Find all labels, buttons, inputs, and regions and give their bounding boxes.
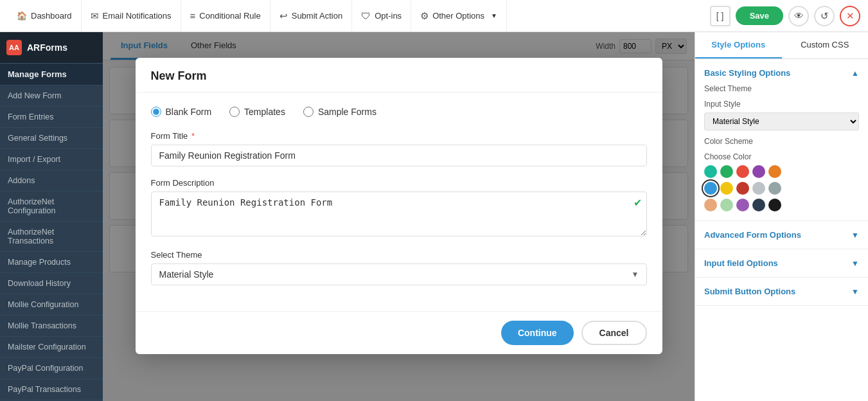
radio-sample-forms-label: Sample Forms <box>318 107 376 117</box>
form-description-wrap: Family Reunion Registration Form ✔ <box>151 192 647 238</box>
color-purple[interactable] <box>752 165 765 178</box>
radio-blank-form[interactable]: Blank Form <box>151 107 212 117</box>
form-description-group: Form Description Family Reunion Registra… <box>151 178 647 238</box>
save-button[interactable]: Save <box>736 6 783 25</box>
sidebar-item-form-entries[interactable]: Form Entries <box>0 107 103 128</box>
sidebar-item-mailster-config[interactable]: Mailster Configuration <box>0 337 103 358</box>
select-theme-wrap: Material Style Default Style Flat Style … <box>151 263 647 285</box>
sidebar: AA ARForms Manage Forms Add New Form For… <box>0 32 103 401</box>
color-teal[interactable] <box>704 165 717 178</box>
new-form-modal: New Form Blank Form Templates <box>136 58 662 354</box>
modal-footer: Continue Cancel <box>136 311 662 354</box>
form-description-input[interactable]: Family Reunion Registration Form <box>151 192 647 236</box>
color-black[interactable] <box>768 199 781 211</box>
form-title-input[interactable] <box>151 145 647 166</box>
brand-abbr: AA <box>9 44 19 51</box>
chevron-down-icon: ▼ <box>851 287 859 296</box>
input-field-options-header[interactable]: Input field Options ▼ <box>704 258 859 268</box>
color-scheme-row-2 <box>704 182 859 195</box>
main-content: AA ARForms Manage Forms Add New Form For… <box>0 32 868 401</box>
close-button[interactable]: ✕ <box>840 6 860 26</box>
right-panel-tabs: Style Options Custom CSS <box>695 32 868 59</box>
required-marker: * <box>191 131 195 141</box>
color-blue[interactable] <box>704 182 717 195</box>
nav-other-options[interactable]: ⚙ Other Options ▼ <box>411 0 507 31</box>
sidebar-brand[interactable]: AA ARForms <box>0 32 103 64</box>
basic-styling-section: Basic Styling Options ▲ Select Theme Inp… <box>695 59 868 221</box>
advanced-form-options-header[interactable]: Advanced Form Options ▼ <box>704 230 859 240</box>
form-type-radio-group: Blank Form Templates Sample Forms <box>151 107 647 117</box>
sidebar-item-authorizenet-transactions[interactable]: AuthorizeNet Transactions <box>0 222 103 252</box>
sidebar-item-manage-products[interactable]: Manage Products <box>0 252 103 273</box>
sidebar-item-addons[interactable]: Addons <box>0 170 103 192</box>
color-scheme-row <box>704 165 859 178</box>
email-notifications-icon: ✉ <box>91 10 99 22</box>
bracket-button[interactable]: [ ] <box>710 6 731 26</box>
radio-templates[interactable]: Templates <box>229 107 285 117</box>
radio-templates-input[interactable] <box>229 107 240 117</box>
nav-conditional-rule[interactable]: ≡ Conditional Rule <box>181 0 270 31</box>
submit-button-options-section: Submit Button Options ▼ <box>695 278 868 306</box>
opt-ins-label: Opt-ins <box>375 11 402 21</box>
select-theme-dropdown[interactable]: Material Style Default Style Flat Style <box>151 263 647 285</box>
tab-style-options[interactable]: Style Options <box>695 32 782 58</box>
color-orange[interactable] <box>768 165 781 178</box>
tab-custom-css[interactable]: Custom CSS <box>782 32 869 58</box>
form-title-label: Form Title * <box>151 131 647 141</box>
color-scheme-row-3 <box>704 199 859 211</box>
color-sage[interactable] <box>720 199 733 211</box>
email-notifications-label: Email Notifications <box>103 11 172 21</box>
opt-ins-icon: 🛡 <box>361 10 371 21</box>
top-nav: 🏠 Dashboard ✉ Email Notifications ≡ Cond… <box>0 0 868 32</box>
sidebar-item-manage-forms[interactable]: Manage Forms <box>0 64 103 85</box>
other-options-label: Other Options <box>432 11 484 21</box>
input-style-label: Input Style <box>704 100 859 109</box>
radio-templates-label: Templates <box>244 107 285 117</box>
submit-action-label: Submit Action <box>292 11 343 21</box>
color-dark-red[interactable] <box>736 182 749 195</box>
sidebar-item-authorizenet-config[interactable]: AuthorizeNet Configuration <box>0 192 103 222</box>
nav-submit-action[interactable]: ↩ Submit Action <box>270 0 353 31</box>
color-light-gray[interactable] <box>752 182 765 195</box>
continue-button[interactable]: Continue <box>501 321 574 345</box>
radio-sample-forms[interactable]: Sample Forms <box>303 107 376 117</box>
chevron-down-icon: ▼ <box>851 259 859 268</box>
sidebar-item-mollie-config[interactable]: Mollie Configuration <box>0 294 103 316</box>
modal-body: Blank Form Templates Sample Forms <box>136 93 662 311</box>
refresh-button[interactable]: ↺ <box>814 6 835 26</box>
sidebar-item-import-export[interactable]: Import / Export <box>0 149 103 170</box>
color-yellow[interactable] <box>720 182 733 195</box>
nav-opt-ins[interactable]: 🛡 Opt-ins <box>352 0 411 31</box>
input-style-select[interactable]: Material Style Default Style Flat Style <box>704 112 859 130</box>
submit-action-icon: ↩ <box>279 10 288 22</box>
sidebar-item-add-new-form[interactable]: Add New Form <box>0 85 103 107</box>
nav-email-notifications[interactable]: ✉ Email Notifications <box>82 0 181 31</box>
cancel-button[interactable]: Cancel <box>581 321 647 345</box>
nav-dashboard[interactable]: 🏠 Dashboard <box>8 0 82 31</box>
brand-logo: AA <box>6 40 22 55</box>
radio-blank-form-input[interactable] <box>151 107 161 117</box>
preview-button[interactable]: 👁 <box>788 6 809 26</box>
basic-styling-body: Select Theme Input Style Material Style … <box>704 84 859 211</box>
basic-styling-header[interactable]: Basic Styling Options ▲ <box>704 68 859 78</box>
color-green[interactable] <box>720 165 733 178</box>
sidebar-item-general-settings[interactable]: General Settings <box>0 128 103 149</box>
submit-button-options-title: Submit Button Options <box>704 287 795 296</box>
color-red[interactable] <box>736 165 749 178</box>
sidebar-item-paypal-transactions[interactable]: PayPal Transactions <box>0 379 103 400</box>
sidebar-item-mollie-transactions[interactable]: Mollie Transactions <box>0 316 103 337</box>
dashboard-label: Dashboard <box>31 11 72 21</box>
color-peach[interactable] <box>704 199 717 211</box>
sidebar-item-download-history[interactable]: Download History <box>0 273 103 294</box>
select-theme-label: Select Theme <box>151 250 647 260</box>
radio-sample-forms-input[interactable] <box>303 107 314 117</box>
color-navy[interactable] <box>752 199 765 211</box>
sidebar-menu: Manage Forms Add New Form Form Entries G… <box>0 64 103 401</box>
conditional-rule-icon: ≡ <box>190 10 196 21</box>
chevron-down-icon: ▼ <box>851 231 859 240</box>
other-options-icon: ⚙ <box>420 10 429 22</box>
color-gray[interactable] <box>768 182 781 195</box>
color-violet[interactable] <box>736 199 749 211</box>
sidebar-item-paypal-config[interactable]: PayPal Configuration <box>0 358 103 379</box>
submit-button-options-header[interactable]: Submit Button Options ▼ <box>704 287 859 296</box>
